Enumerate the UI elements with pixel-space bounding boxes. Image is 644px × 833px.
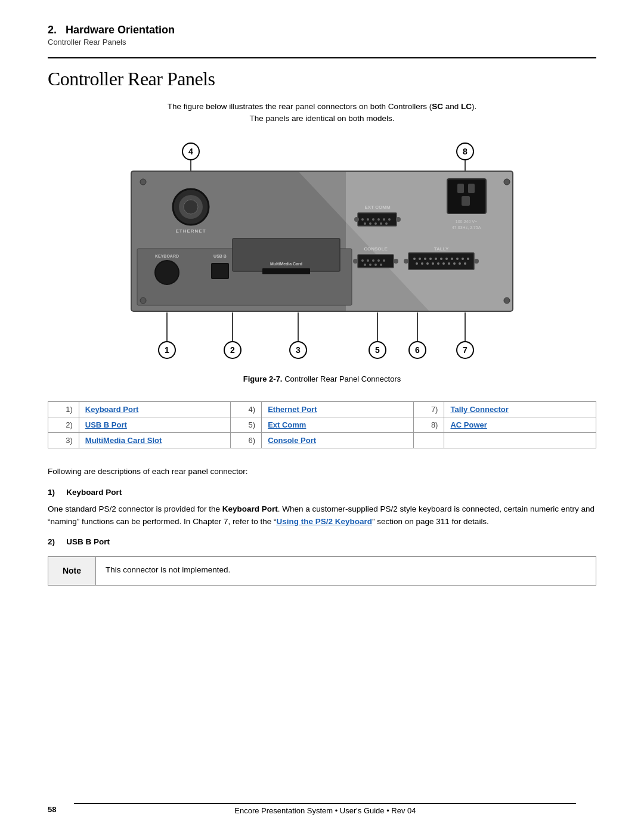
table-cell-n3-row1: 7) bbox=[413, 401, 444, 417]
figure-caption: Figure 2-7. Controller Rear Panel Connec… bbox=[243, 374, 401, 383]
svg-text:2: 2 bbox=[230, 345, 235, 355]
svg-point-32 bbox=[383, 218, 385, 221]
section-title-text: Hardware Orientation bbox=[66, 24, 175, 36]
section-title: 2. Hardware Orientation bbox=[48, 24, 596, 36]
figure-caption-bold: Figure 2-7. bbox=[243, 374, 283, 383]
desc-item-1: 1) Keyboard Port One standard PS/2 conne… bbox=[48, 486, 596, 528]
table-cell-label2-row1[interactable]: Ethernet Port bbox=[262, 401, 414, 417]
svg-point-69 bbox=[426, 262, 429, 265]
svg-point-48 bbox=[364, 264, 366, 266]
divider bbox=[48, 57, 596, 58]
svg-point-36 bbox=[374, 222, 377, 225]
table-cell-label3-row1[interactable]: Tally Connector bbox=[444, 401, 596, 417]
svg-point-30 bbox=[372, 218, 374, 221]
table-cell-label1-row3[interactable]: MultiMedia Card Slot bbox=[79, 432, 231, 448]
note-label: Note bbox=[48, 557, 96, 584]
svg-point-50 bbox=[374, 264, 377, 266]
svg-point-17 bbox=[140, 298, 146, 304]
svg-rect-82 bbox=[468, 184, 475, 193]
svg-text:3: 3 bbox=[296, 345, 301, 355]
svg-text:1: 1 bbox=[165, 345, 169, 355]
desc-item-num-2: 2) bbox=[48, 537, 55, 546]
svg-point-60 bbox=[435, 258, 437, 260]
table-cell-n2-row2: 5) bbox=[231, 417, 262, 432]
svg-point-67 bbox=[416, 262, 418, 265]
section-number: 2. bbox=[48, 24, 57, 36]
svg-point-75 bbox=[459, 262, 461, 265]
svg-point-46 bbox=[377, 259, 380, 262]
svg-rect-25 bbox=[212, 264, 228, 278]
svg-rect-81 bbox=[457, 184, 464, 193]
desc-item-body-1: One standard PS/2 connector is provided … bbox=[48, 503, 596, 528]
table-cell-label3-row3 bbox=[444, 432, 596, 448]
page-footer: 58 Encore Presentation System • User's G… bbox=[48, 803, 596, 815]
section-subtitle: Controller Rear Panels bbox=[48, 38, 596, 47]
svg-point-64 bbox=[456, 258, 459, 260]
svg-point-71 bbox=[437, 262, 439, 265]
svg-point-33 bbox=[388, 218, 391, 221]
ps2-keyboard-link[interactable]: Using the PS/2 Keyboard bbox=[276, 517, 372, 526]
intro-line1: The figure below illustrates the rear pa… bbox=[168, 102, 432, 111]
svg-text:100-240 V~: 100-240 V~ bbox=[456, 219, 477, 224]
svg-point-76 bbox=[464, 262, 466, 265]
table-cell-label1-row1[interactable]: Keyboard Port bbox=[79, 401, 231, 417]
svg-text:KEYBOARD: KEYBOARD bbox=[155, 254, 179, 258]
table-cell-label2-row3[interactable]: Console Port bbox=[262, 432, 414, 448]
svg-text:TALLY: TALLY bbox=[434, 246, 449, 252]
desc-item-name-1: Keyboard Port bbox=[66, 488, 122, 497]
footer-center-text: Encore Presentation System • User's Guid… bbox=[74, 803, 576, 815]
keyboard-port-bold: Keyboard Port bbox=[222, 504, 278, 513]
desc-item-title-2: 2) USB B Port bbox=[48, 535, 596, 549]
intro-close: ). bbox=[472, 102, 476, 111]
desc-item-name-2: USB B Port bbox=[66, 537, 110, 546]
svg-point-68 bbox=[421, 262, 423, 265]
svg-point-35 bbox=[369, 222, 371, 225]
svg-point-79 bbox=[474, 259, 479, 264]
svg-text:6: 6 bbox=[415, 345, 420, 355]
table-cell-label1-row2[interactable]: USB B Port bbox=[79, 417, 231, 432]
svg-point-58 bbox=[424, 258, 426, 260]
footer-page-number: 58 bbox=[48, 805, 56, 814]
table-cell-n1-row3: 3) bbox=[48, 432, 79, 448]
svg-point-59 bbox=[429, 258, 432, 260]
svg-point-53 bbox=[353, 259, 358, 264]
svg-point-73 bbox=[448, 262, 450, 265]
svg-point-31 bbox=[377, 218, 380, 221]
svg-point-57 bbox=[419, 258, 421, 260]
svg-text:8: 8 bbox=[463, 147, 467, 156]
table-cell-label2-row2[interactable]: Ext Comm bbox=[262, 417, 414, 432]
table-cell-label3-row2[interactable]: AC Power bbox=[444, 417, 596, 432]
table-cell-n3-row3 bbox=[413, 432, 444, 448]
table-row: 1) Keyboard Port 4) Ethernet Port 7) Tal… bbox=[48, 401, 596, 417]
svg-point-63 bbox=[451, 258, 453, 260]
page-title: Controller Rear Panels bbox=[48, 68, 596, 90]
svg-rect-83 bbox=[462, 196, 470, 206]
svg-point-56 bbox=[413, 258, 416, 260]
svg-text:ETHERNET: ETHERNET bbox=[175, 228, 206, 234]
description-section: Following are descriptions of each rear … bbox=[48, 465, 596, 586]
figure-caption-text: Controller Rear Panel Connectors bbox=[284, 374, 401, 383]
svg-rect-20 bbox=[233, 239, 340, 271]
svg-text:MultiMedia Card: MultiMedia Card bbox=[270, 262, 302, 266]
svg-rect-22 bbox=[262, 268, 310, 274]
table-cell-n2-row1: 4) bbox=[231, 401, 262, 417]
note-box: Note This connector is not implemented. bbox=[48, 556, 596, 585]
note-content: This connector is not implemented. bbox=[96, 557, 240, 584]
table-row: 3) MultiMedia Card Slot 6) Console Port bbox=[48, 432, 596, 448]
hardware-diagram: 4 8 ETHERNET bbox=[95, 138, 549, 371]
svg-point-72 bbox=[442, 262, 445, 265]
svg-text:7: 7 bbox=[463, 345, 467, 355]
page-container: 2. Hardware Orientation Controller Rear … bbox=[0, 0, 644, 833]
svg-point-40 bbox=[354, 217, 359, 222]
svg-point-66 bbox=[467, 258, 469, 260]
intro-lc: LC bbox=[461, 102, 472, 111]
svg-point-44 bbox=[367, 259, 369, 262]
svg-text:EXT COMM: EXT COMM bbox=[364, 205, 390, 210]
svg-point-78 bbox=[404, 259, 408, 264]
figure-container: 4 8 ETHERNET bbox=[48, 138, 596, 395]
desc-item-2: 2) USB B Port Note This connector is not… bbox=[48, 535, 596, 586]
table-cell-n1-row1: 1) bbox=[48, 401, 79, 417]
reference-table: 1) Keyboard Port 4) Ethernet Port 7) Tal… bbox=[48, 401, 596, 448]
svg-point-51 bbox=[380, 264, 382, 266]
table-row: 2) USB B Port 5) Ext Comm 8) AC Power bbox=[48, 417, 596, 432]
